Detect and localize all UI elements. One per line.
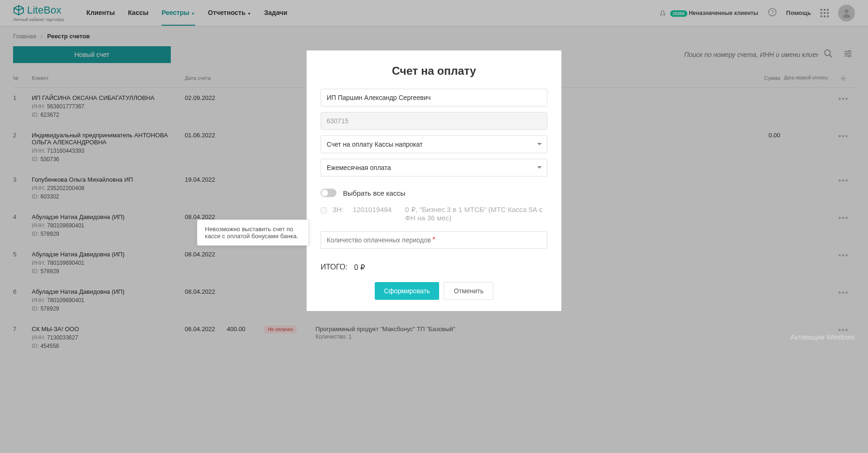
modal-overlay[interactable]: Счет на оплату Выбрать все кассы ЗН: 120… — [0, 0, 868, 356]
invoice-type-select[interactable] — [321, 135, 547, 153]
kassa-row: ЗН: 1201019484 0 ₽, "Бизнес 3 в 1 МТСБ" … — [321, 205, 547, 222]
error-tooltip: Невозможно выставить счет по кассе с опл… — [197, 219, 309, 246]
cancel-button[interactable]: Отменить — [444, 282, 493, 300]
required-marker: * — [432, 236, 435, 244]
payment-period-select[interactable] — [321, 159, 547, 177]
client-id-input — [321, 112, 547, 130]
modal-title: Счет на оплату — [321, 64, 547, 78]
kassa-zn-value: 1201019484 — [353, 205, 399, 213]
select-all-label: Выбрать все кассы — [343, 189, 405, 197]
invoice-modal: Счет на оплату Выбрать все кассы ЗН: 120… — [307, 50, 561, 311]
submit-button[interactable]: Сформировать — [375, 282, 440, 300]
kassa-checkbox — [321, 207, 327, 213]
total-value: 0 ₽ — [354, 263, 365, 272]
total-label: ИТОГО: — [321, 263, 348, 272]
select-all-toggle[interactable] — [321, 189, 336, 197]
kassa-desc: 0 ₽, "Бизнес 3 в 1 МТСБ" (МТС Касса 5А с… — [405, 205, 547, 222]
kassa-zn-label: ЗН: — [332, 205, 347, 213]
client-name-input[interactable] — [321, 89, 547, 106]
